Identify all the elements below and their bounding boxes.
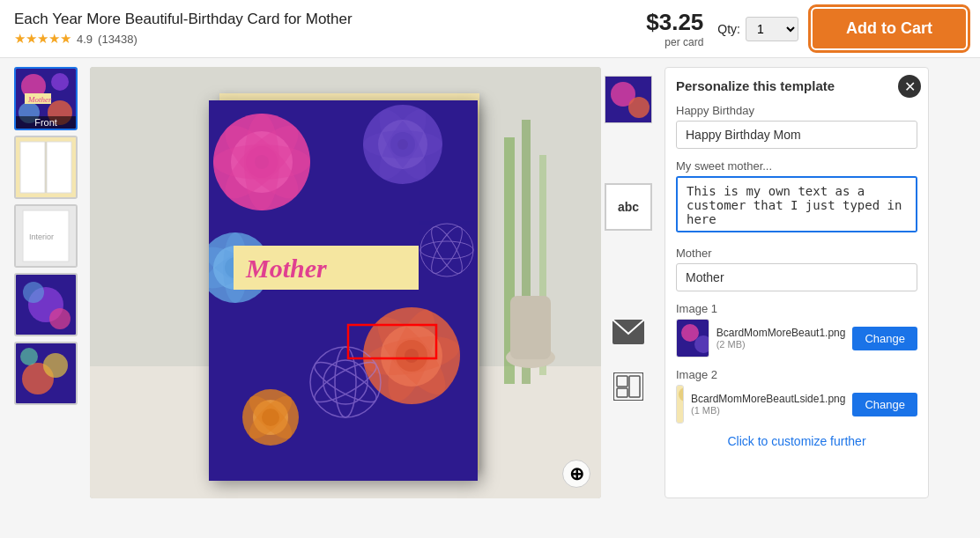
rating-count: (13438): [98, 33, 137, 46]
svg-point-70: [426, 223, 467, 277]
image1-thumbnail: [676, 319, 709, 357]
side-thumb-1-img: [605, 77, 652, 123]
field-group-2: My sweet mother... This is my own text a…: [676, 159, 917, 236]
thumb-3-img: Interior: [16, 206, 76, 266]
field1-label: Happy Birthday: [676, 104, 917, 117]
rating-value: 4.9: [77, 33, 93, 46]
field2-label: My sweet mother...: [676, 159, 917, 173]
svg-point-69: [420, 241, 473, 259]
field3-input[interactable]: [676, 263, 917, 291]
svg-point-21: [20, 348, 38, 365]
thumbnail-list: Mother Front Interior: [14, 67, 81, 498]
image2-row: BcardMomMoreBeautLside1.png (1 MB) Chang…: [676, 385, 917, 424]
envelope-icon: [605, 308, 652, 356]
abc-badge: abc: [605, 184, 651, 230]
svg-point-67: [420, 224, 473, 276]
side-thumb-abc[interactable]: abc: [605, 183, 652, 231]
svg-point-20: [43, 353, 68, 378]
svg-rect-9: [47, 142, 71, 193]
per-card-label: per card: [646, 36, 703, 48]
svg-text:Interior: Interior: [29, 232, 54, 241]
thumb-front-label: Front: [16, 116, 76, 129]
svg-point-68: [426, 223, 467, 277]
envelope-svg: [612, 320, 644, 344]
image1-group: Image 1 BcardMomMoreBeaut1.png (2 MB) Ch…: [676, 302, 917, 357]
image-svg: [613, 372, 643, 401]
svg-rect-28: [510, 296, 551, 359]
card-front: Mother: [209, 100, 478, 481]
field2-textarea[interactable]: This is my own text as a customer that I…: [676, 176, 917, 232]
qty-select[interactable]: 1 2 3: [746, 17, 798, 41]
image-icon: [605, 363, 652, 410]
svg-text:Mother: Mother: [27, 95, 52, 104]
price-block: $3.25 per card: [646, 9, 703, 48]
card-background: Mother ⊕: [90, 67, 601, 498]
svg-rect-81: [617, 388, 627, 397]
image2-info: BcardMomMoreBeautLside1.png (1 MB): [691, 393, 845, 416]
qty-label: Qty:: [717, 22, 740, 36]
personalize-panel: Personalize this template ✕ Happy Birthd…: [664, 67, 929, 498]
card-preview: Mother ⊕: [90, 67, 601, 498]
price: $3.25: [646, 9, 703, 36]
close-button[interactable]: ✕: [898, 75, 921, 98]
qty-block: Qty: 1 2 3: [717, 17, 798, 41]
thumb-5-img: [16, 343, 76, 403]
rating-row: ★★★★★ 4.9 (13438): [14, 31, 353, 47]
customize-link[interactable]: Click to customize further: [676, 434, 917, 448]
header-right: $3.25 per card Qty: 1 2 3 Add to Cart: [646, 9, 966, 48]
image2-thumb-svg: [677, 386, 684, 424]
thumb-4[interactable]: [14, 273, 78, 336]
stars-icon: ★★★★★: [14, 31, 71, 47]
image1-size: (2 MB): [716, 339, 846, 350]
image2-size: (1 MB): [691, 405, 845, 416]
image1-filename: BcardMomMoreBeaut1.png: [716, 327, 846, 339]
thumb-3[interactable]: Interior: [14, 204, 78, 268]
image1-row: BcardMomMoreBeaut1.png (2 MB) Change: [676, 319, 917, 357]
zoom-button[interactable]: ⊕: [562, 460, 590, 488]
thumb-2[interactable]: [14, 136, 78, 199]
product-title: Each Year More Beautiful-Birthday Card f…: [14, 11, 353, 28]
image2-filename: BcardMomMoreBeautLside1.png: [691, 393, 845, 405]
svg-rect-8: [20, 142, 45, 193]
thumb-front[interactable]: Mother Front: [14, 67, 78, 130]
field3-label: Mother: [676, 247, 917, 260]
svg-point-76: [628, 97, 650, 118]
field-group-3: Mother: [676, 247, 917, 291]
header: Each Year More Beautiful-Birthday Card f…: [0, 0, 980, 58]
image2-label: Image 2: [676, 368, 917, 381]
svg-rect-79: [617, 376, 627, 387]
svg-point-16: [23, 282, 44, 303]
image1-thumb-svg: [677, 320, 709, 357]
card-flowers: Mother: [209, 100, 478, 481]
svg-point-17: [49, 308, 71, 329]
image1-label: Image 1: [676, 302, 917, 315]
side-thumb-1[interactable]: [605, 76, 652, 123]
svg-rect-80: [629, 376, 640, 397]
field1-input[interactable]: [676, 121, 917, 149]
thumb-4-img: [16, 275, 76, 335]
thumb-2-img: [16, 137, 76, 197]
thumb-5[interactable]: [14, 342, 78, 405]
image1-change-button[interactable]: Change: [852, 327, 917, 350]
header-left: Each Year More Beautiful-Birthday Card f…: [14, 11, 353, 47]
svg-text:Mother: Mother: [245, 254, 327, 283]
image2-thumbnail: [676, 385, 684, 424]
svg-point-63: [323, 360, 368, 404]
main-content: Mother Front Interior: [0, 58, 980, 507]
image1-info: BcardMomMoreBeaut1.png (2 MB): [716, 327, 846, 350]
svg-point-2: [51, 73, 69, 91]
image2-group: Image 2 BcardMomMoreBeautLside1.png (1 M…: [676, 368, 917, 424]
field-group-1: Happy Birthday: [676, 104, 917, 149]
panel-title: Personalize this template: [676, 78, 917, 93]
add-to-cart-button[interactable]: Add to Cart: [813, 9, 966, 48]
side-panel: abc: [605, 67, 652, 498]
image2-change-button[interactable]: Change: [852, 393, 917, 416]
